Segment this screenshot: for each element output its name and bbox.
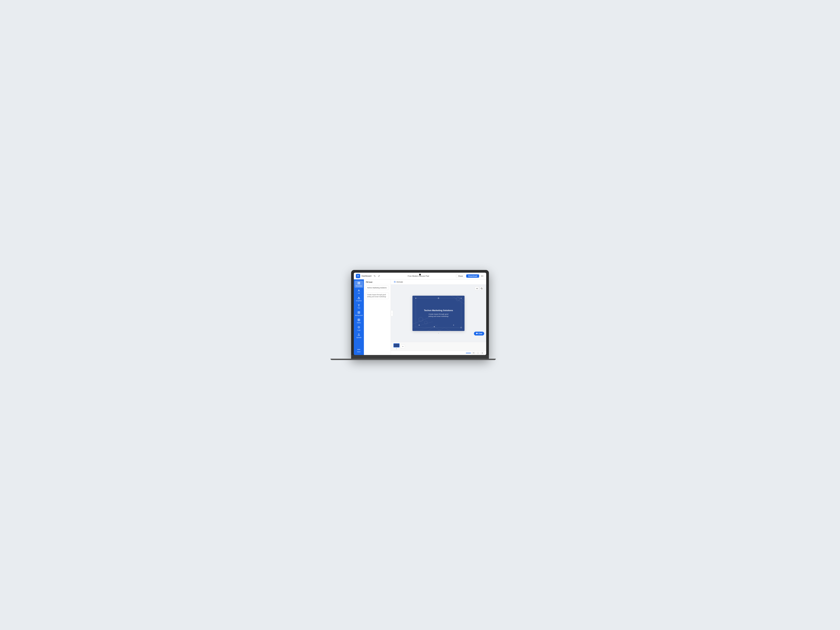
background-label: Background [355, 314, 363, 316]
canvas-top-icons [475, 287, 483, 290]
svg-point-6 [358, 297, 359, 298]
add-element-button[interactable] [475, 287, 479, 290]
scroll-down-indicator: ⌄ [438, 332, 439, 334]
svg-rect-18 [481, 288, 483, 289]
thumbnails-bar: 1 + [391, 342, 486, 351]
uploads-icon [357, 333, 360, 336]
tables-label: Tables [357, 322, 361, 324]
canvas-wrapper: Techvo Marketing Solutions Create impact… [391, 284, 486, 342]
fill-label: Fill [358, 292, 360, 294]
left-panel: Fill text Techvo Marketing Solutions Cre… [364, 279, 391, 355]
more-options-button[interactable]: ••• [480, 274, 484, 278]
design-canvas[interactable]: Techvo Marketing Solutions Create impact… [412, 296, 464, 331]
logo-label: Logo [357, 329, 360, 331]
sidebar-item-tables[interactable]: Tables [354, 317, 363, 325]
collapse-panel-button[interactable]: ‹ [391, 310, 393, 316]
sidebar-item-logo[interactable]: Logo [354, 325, 363, 332]
download-button[interactable]: Download [466, 274, 479, 278]
graphics-label: Graphics [356, 300, 362, 302]
laptop-foot [330, 359, 496, 360]
svg-point-14 [358, 327, 359, 328]
sidebar-item-more[interactable]: ••• More [354, 347, 363, 354]
sidebar-item-graphics[interactable]: Graphics [354, 295, 363, 303]
camera-notch [419, 274, 421, 275]
background-icon [357, 311, 360, 314]
templates-icon [357, 282, 360, 285]
layout-button[interactable]: ⊟ [480, 352, 484, 354]
sidebar-item-text[interactable]: T Text [354, 303, 363, 310]
share-button[interactable]: Share [456, 274, 465, 278]
svg-rect-3 [359, 283, 360, 284]
templates-label: Templates [356, 285, 362, 287]
sidebar-item-uploads[interactable]: Uploads [354, 332, 363, 339]
thumbnail-1[interactable] [393, 343, 399, 347]
svg-rect-1 [359, 282, 360, 283]
zoom-controls: Fit ∧ ⊟ [466, 352, 484, 354]
more-label: More [357, 351, 360, 353]
svg-rect-2 [358, 283, 359, 284]
sidebar-item-background[interactable]: Background [354, 310, 363, 317]
tables-icon [357, 319, 360, 322]
canvas-subtitle: Create impact through goodwriting and sm… [428, 313, 448, 317]
fit-button[interactable]: Fit [472, 352, 475, 354]
text-field-title[interactable]: Techvo Marketing Solutions [366, 286, 389, 290]
dashboard-link[interactable]: Dashboard [362, 275, 371, 277]
fill-icon [357, 289, 360, 292]
canvas-area: Animate [391, 279, 486, 355]
logo-icon [357, 326, 360, 329]
uploads-label: Uploads [356, 337, 362, 338]
svg-rect-9 [358, 319, 360, 321]
canvas-toolbar: Animate [391, 279, 486, 284]
sidebar-item-templates[interactable]: Templates [354, 281, 363, 288]
sidebar-item-fill[interactable]: Fill [354, 288, 363, 295]
text-field-subtitle[interactable]: Create impact through good writing and s… [366, 293, 389, 299]
chat-button[interactable]: Chat [474, 332, 484, 335]
undo-button[interactable] [373, 274, 376, 278]
animate-button[interactable]: Animate [393, 280, 404, 283]
text-label: Text [357, 307, 360, 309]
more-icon: ••• [357, 348, 360, 351]
document-title: Free Modern Mouse Pad [408, 275, 429, 277]
sidebar: Templates Fill Graphics [354, 279, 364, 355]
redo-button[interactable] [377, 274, 381, 278]
graphics-icon [357, 297, 360, 300]
logo-button[interactable]: T [356, 274, 360, 278]
copy-button[interactable] [480, 287, 483, 290]
laptop-base [351, 355, 489, 359]
text-icon: T [358, 304, 360, 307]
canvas-title: Techvo Marketing Solutions [424, 309, 453, 312]
bottom-bar: Fit ∧ ⊟ [391, 351, 486, 355]
zoom-slider[interactable] [466, 353, 471, 353]
svg-rect-0 [358, 282, 359, 283]
svg-rect-8 [358, 312, 360, 313]
add-slide-button[interactable]: + [401, 344, 405, 349]
canvas-content: Techvo Marketing Solutions Create impact… [412, 296, 464, 331]
zoom-up-button[interactable]: ∧ [476, 352, 480, 354]
panel-header: Fill text [364, 279, 391, 284]
